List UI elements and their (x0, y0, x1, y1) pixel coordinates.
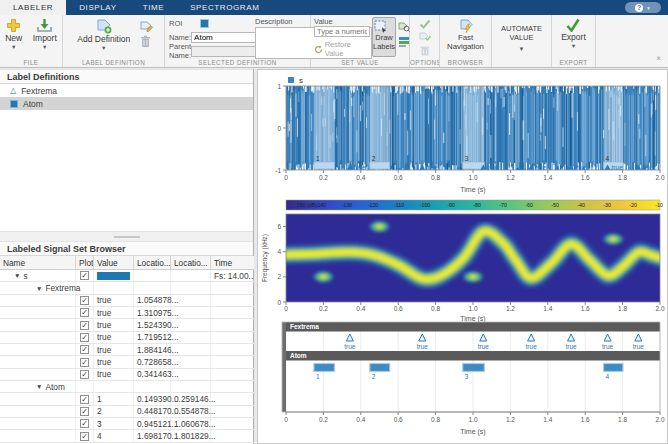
tab-time[interactable]: TIME (130, 0, 178, 15)
atom-blob (368, 220, 392, 234)
plot-checkbox[interactable]: ✓ (80, 271, 89, 280)
collapse-ribbon-icon[interactable]: ⌅ (655, 53, 662, 62)
delete-definition-trash-icon[interactable] (140, 35, 151, 48)
help-button[interactable]: ? ▼ (625, 2, 661, 13)
svg-text:2: 2 (277, 273, 281, 280)
svg-text:true: true (478, 343, 490, 350)
svg-text:Atom: Atom (290, 352, 307, 359)
tab-labeler[interactable]: LABELER (0, 0, 66, 15)
column-header[interactable]: Value (94, 256, 134, 269)
delete-label-trash-icon[interactable] (420, 45, 430, 56)
fextrema-lane-marker[interactable]: true (344, 334, 356, 350)
section-label-definition: Add Definition ▼ LABEL DEFINITION (63, 15, 165, 67)
plot-checkbox[interactable]: ✓ (80, 370, 89, 379)
import-button[interactable]: Import ▼ (30, 17, 60, 51)
atom-lane-segment[interactable]: 2 (370, 364, 390, 380)
table-row[interactable]: ✓true1.310975... (0, 307, 254, 319)
table-row[interactable]: ✓true1.054878... (0, 295, 254, 307)
column-header[interactable]: Locatio... (171, 256, 211, 269)
fextrema-lane-marker[interactable]: true (526, 334, 538, 350)
expand-arrow-icon[interactable]: ▼ (36, 383, 42, 390)
tab-spectrogram[interactable]: SPECTROGRAM (177, 0, 272, 15)
label-display-options-icon[interactable] (398, 36, 410, 47)
table-row[interactable]: ▼Atom (0, 381, 254, 393)
signal-color-bar (97, 272, 130, 280)
triangle-marker-icon: △ (10, 87, 16, 95)
section-label-label-definition: LABEL DEFINITION (63, 59, 164, 66)
table-row[interactable]: ✓10.149390...0.259146... (0, 393, 254, 405)
plot-checkbox[interactable]: ✓ (80, 333, 89, 342)
plot-checkbox[interactable]: ✓ (80, 407, 89, 416)
table-row[interactable]: ✓true1.719512... (0, 332, 254, 344)
svg-text:1.8: 1.8 (618, 305, 627, 312)
svg-text:-30: -30 (603, 202, 611, 208)
atom-lane-segment[interactable]: 1 (314, 364, 335, 380)
plot-checkbox[interactable]: ✓ (80, 321, 89, 330)
export-button[interactable]: Export ▼ (558, 17, 589, 50)
svg-text:6: 6 (277, 223, 281, 230)
plot-checkbox[interactable]: ✓ (80, 395, 89, 404)
label-definition-item-atom[interactable]: Atom (0, 97, 253, 110)
fextrema-lane-marker[interactable]: true (633, 334, 645, 350)
lane-header-atom[interactable]: Atom (286, 351, 660, 361)
table-row[interactable]: ✓30.945121...1.060678... (0, 418, 254, 430)
tab-display[interactable]: DISPLAY (66, 0, 129, 15)
plot-checkbox[interactable]: ✓ (80, 432, 89, 441)
value-input[interactable] (314, 26, 370, 37)
add-definition-button[interactable]: Add Definition ▼ (74, 17, 133, 52)
expand-arrow-icon[interactable]: ▼ (36, 285, 42, 292)
label-definition-item-fextrema[interactable]: △Fextrema (0, 84, 253, 97)
expand-arrow-icon[interactable]: ▼ (14, 272, 20, 279)
edit-definition-icon[interactable] (140, 20, 153, 32)
restore-value-button[interactable]: Restore Value (314, 40, 370, 58)
column-header[interactable]: Locatio... (134, 256, 171, 269)
x-axis-label: Time (s) (460, 428, 485, 436)
fast-navigation-button[interactable]: Fast Navigation (440, 17, 491, 52)
spectrogram-image (286, 214, 660, 302)
spectrogram-plot[interactable]: -150 (dB)-140-130-120-110-100-90-80-70-6… (258, 198, 667, 322)
table-row[interactable]: ✓true0.728658... (0, 356, 254, 368)
label-viewer-plot[interactable]: FextrematruetruetruetruetruetruetrueAtom… (258, 320, 667, 442)
draw-labels-button[interactable]: Draw Labels (372, 17, 396, 57)
chevron-down-icon: ▼ (646, 5, 651, 11)
accept-check-icon[interactable] (419, 19, 431, 29)
svg-text:1.6: 1.6 (581, 305, 590, 312)
find-label-icon[interactable] (398, 21, 410, 32)
atom-lane-segment[interactable]: 3 (463, 364, 485, 380)
table-row[interactable]: ✓41.698170...1.801829... (0, 430, 254, 442)
label-definitions-list: △FextremaAtom (0, 84, 253, 110)
panel-splitter[interactable] (0, 231, 253, 241)
fextrema-lane-marker[interactable]: true (602, 334, 614, 350)
svg-text:-110: -110 (394, 202, 404, 208)
fextrema-lane-marker[interactable]: true (478, 334, 490, 350)
fextrema-lane-marker[interactable]: true (417, 334, 429, 350)
svg-text:0.4: 0.4 (356, 305, 365, 312)
square-marker-icon (10, 100, 18, 108)
svg-text:Fextrema: Fextrema (290, 323, 319, 330)
table-row[interactable]: ✓true1.524390... (0, 319, 254, 331)
atom-lane-segment[interactable]: 4 (604, 364, 623, 380)
column-header[interactable]: Name (0, 256, 76, 269)
plot-checkbox[interactable]: ✓ (80, 419, 89, 428)
table-row[interactable]: ✓true1.884146... (0, 344, 254, 356)
automate-value-button[interactable]: AUTOMATE VALUE ▼ (492, 15, 552, 67)
svg-text:2: 2 (372, 373, 376, 380)
table-row[interactable]: ▼Fextrema (0, 282, 254, 294)
plot-checkbox[interactable]: ✓ (80, 296, 89, 305)
svg-text:1.6: 1.6 (581, 416, 590, 423)
table-row[interactable]: ✓true0.341463... (0, 369, 254, 381)
lane-header-fextrema[interactable]: Fextrema (286, 322, 660, 332)
table-row[interactable]: ✓20.448170...0.554878... (0, 406, 254, 418)
column-header[interactable]: Plot (76, 256, 94, 269)
label-check-icon[interactable] (419, 32, 431, 42)
table-row[interactable]: ▼s✓Fs: 14.00... (0, 270, 254, 282)
column-header[interactable]: Time (211, 256, 254, 269)
plot-checkbox[interactable]: ✓ (80, 308, 89, 317)
new-button[interactable]: New ▼ (2, 17, 25, 51)
label-definition-name: Fextrema (21, 86, 57, 96)
roi-color-swatch[interactable] (200, 19, 209, 28)
plot-checkbox[interactable]: ✓ (80, 345, 89, 354)
fextrema-lane-marker[interactable]: true (565, 334, 577, 350)
signal-plot[interactable]: s1234truetruetruetruetruetruetrue10-100.… (258, 74, 667, 198)
plot-checkbox[interactable]: ✓ (80, 358, 89, 367)
